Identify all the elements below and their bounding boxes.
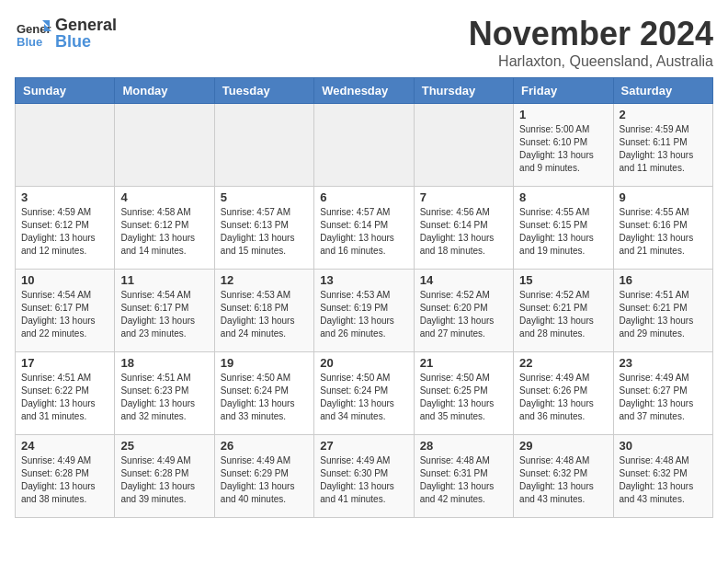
day-number: 27 <box>320 439 407 453</box>
day-info: Sunrise: 4:51 AM Sunset: 6:23 PM Dayligh… <box>120 372 208 423</box>
day-number: 19 <box>221 356 308 370</box>
day-info: Sunrise: 4:53 AM Sunset: 6:18 PM Dayligh… <box>221 289 308 340</box>
table-row <box>414 104 513 187</box>
day-number: 30 <box>620 439 707 453</box>
col-monday: Monday <box>115 78 214 104</box>
day-info: Sunrise: 4:59 AM Sunset: 6:11 PM Dayligh… <box>620 123 707 175</box>
day-number: 4 <box>120 190 208 204</box>
day-number: 17 <box>21 356 108 370</box>
day-info: Sunrise: 4:57 AM Sunset: 6:14 PM Dayligh… <box>320 206 407 258</box>
col-sunday: Sunday <box>16 78 115 104</box>
day-info: Sunrise: 4:49 AM Sunset: 6:26 PM Dayligh… <box>519 372 607 423</box>
table-row: 1Sunrise: 5:00 AM Sunset: 6:10 PM Daylig… <box>514 104 613 187</box>
calendar-table: Sunday Monday Tuesday Wednesday Thursday… <box>15 77 713 518</box>
day-number: 23 <box>620 356 707 370</box>
table-row: 19Sunrise: 4:50 AM Sunset: 6:24 PM Dayli… <box>214 352 313 435</box>
table-row: 6Sunrise: 4:57 AM Sunset: 6:14 PM Daylig… <box>314 187 414 270</box>
day-info: Sunrise: 4:51 AM Sunset: 6:21 PM Dayligh… <box>620 289 707 340</box>
day-info: Sunrise: 4:55 AM Sunset: 6:15 PM Dayligh… <box>519 206 607 258</box>
table-row <box>16 104 115 187</box>
table-row: 25Sunrise: 4:49 AM Sunset: 6:28 PM Dayli… <box>115 435 214 518</box>
day-number: 20 <box>320 356 407 370</box>
day-info: Sunrise: 4:59 AM Sunset: 6:12 PM Dayligh… <box>21 206 108 258</box>
day-number: 1 <box>519 108 607 121</box>
day-info: Sunrise: 4:57 AM Sunset: 6:13 PM Dayligh… <box>221 206 308 258</box>
table-row: 15Sunrise: 4:52 AM Sunset: 6:21 PM Dayli… <box>514 270 613 352</box>
table-row: 17Sunrise: 4:51 AM Sunset: 6:22 PM Dayli… <box>16 352 115 435</box>
svg-text:Blue: Blue <box>17 35 42 49</box>
table-row: 7Sunrise: 4:56 AM Sunset: 6:14 PM Daylig… <box>414 187 513 270</box>
table-row: 18Sunrise: 4:51 AM Sunset: 6:23 PM Dayli… <box>115 352 214 435</box>
day-info: Sunrise: 4:50 AM Sunset: 6:24 PM Dayligh… <box>221 372 308 423</box>
day-number: 18 <box>120 356 208 370</box>
logo-general: General <box>55 17 117 33</box>
table-row: 5Sunrise: 4:57 AM Sunset: 6:13 PM Daylig… <box>214 187 313 270</box>
table-row: 10Sunrise: 4:54 AM Sunset: 6:17 PM Dayli… <box>16 270 115 352</box>
table-row: 26Sunrise: 4:49 AM Sunset: 6:29 PM Dayli… <box>214 435 313 518</box>
location-title: Harlaxton, Queensland, Australia <box>469 53 713 70</box>
day-number: 26 <box>221 439 308 453</box>
day-info: Sunrise: 4:56 AM Sunset: 6:14 PM Dayligh… <box>420 206 507 258</box>
week-row-3: 10Sunrise: 4:54 AM Sunset: 6:17 PM Dayli… <box>16 270 713 352</box>
day-number: 24 <box>21 439 108 453</box>
table-row: 4Sunrise: 4:58 AM Sunset: 6:12 PM Daylig… <box>115 187 214 270</box>
day-info: Sunrise: 4:48 AM Sunset: 6:32 PM Dayligh… <box>519 454 607 506</box>
day-info: Sunrise: 4:54 AM Sunset: 6:17 PM Dayligh… <box>21 289 108 340</box>
table-row: 23Sunrise: 4:49 AM Sunset: 6:27 PM Dayli… <box>613 352 712 435</box>
day-info: Sunrise: 4:53 AM Sunset: 6:19 PM Dayligh… <box>320 289 407 340</box>
day-info: Sunrise: 4:49 AM Sunset: 6:28 PM Dayligh… <box>120 454 208 506</box>
logo-text: General Blue <box>55 17 117 50</box>
day-number: 12 <box>221 273 308 287</box>
day-number: 7 <box>420 190 507 204</box>
page-header: General Blue General Blue November 2024 … <box>15 15 713 70</box>
logo-icon: General Blue <box>15 15 51 52</box>
day-info: Sunrise: 4:49 AM Sunset: 6:28 PM Dayligh… <box>21 454 108 506</box>
table-row: 3Sunrise: 4:59 AM Sunset: 6:12 PM Daylig… <box>16 187 115 270</box>
day-info: Sunrise: 4:52 AM Sunset: 6:21 PM Dayligh… <box>519 289 607 340</box>
day-number: 28 <box>420 439 507 453</box>
table-row: 22Sunrise: 4:49 AM Sunset: 6:26 PM Dayli… <box>514 352 613 435</box>
table-row: 8Sunrise: 4:55 AM Sunset: 6:15 PM Daylig… <box>514 187 613 270</box>
title-section: November 2024 Harlaxton, Queensland, Aus… <box>469 15 713 70</box>
col-thursday: Thursday <box>414 78 513 104</box>
logo: General Blue General Blue <box>15 15 117 52</box>
day-info: Sunrise: 4:49 AM Sunset: 6:29 PM Dayligh… <box>221 454 308 506</box>
day-number: 15 <box>519 273 607 287</box>
table-row: 14Sunrise: 4:52 AM Sunset: 6:20 PM Dayli… <box>414 270 513 352</box>
day-number: 6 <box>320 190 407 204</box>
day-info: Sunrise: 4:54 AM Sunset: 6:17 PM Dayligh… <box>120 289 208 340</box>
table-row: 28Sunrise: 4:48 AM Sunset: 6:31 PM Dayli… <box>414 435 513 518</box>
month-title: November 2024 <box>469 15 713 53</box>
week-row-2: 3Sunrise: 4:59 AM Sunset: 6:12 PM Daylig… <box>16 187 713 270</box>
col-tuesday: Tuesday <box>214 78 313 104</box>
table-row <box>214 104 313 187</box>
day-info: Sunrise: 4:58 AM Sunset: 6:12 PM Dayligh… <box>120 206 208 258</box>
day-info: Sunrise: 4:52 AM Sunset: 6:20 PM Dayligh… <box>420 289 507 340</box>
day-info: Sunrise: 4:49 AM Sunset: 6:30 PM Dayligh… <box>320 454 407 506</box>
day-info: Sunrise: 5:00 AM Sunset: 6:10 PM Dayligh… <box>519 123 607 175</box>
day-number: 29 <box>519 439 607 453</box>
day-number: 13 <box>320 273 407 287</box>
day-number: 5 <box>221 190 308 204</box>
table-row: 12Sunrise: 4:53 AM Sunset: 6:18 PM Dayli… <box>214 270 313 352</box>
table-row: 29Sunrise: 4:48 AM Sunset: 6:32 PM Dayli… <box>514 435 613 518</box>
table-row: 24Sunrise: 4:49 AM Sunset: 6:28 PM Dayli… <box>16 435 115 518</box>
day-info: Sunrise: 4:51 AM Sunset: 6:22 PM Dayligh… <box>21 372 108 423</box>
day-info: Sunrise: 4:49 AM Sunset: 6:27 PM Dayligh… <box>620 372 707 423</box>
day-info: Sunrise: 4:48 AM Sunset: 6:32 PM Dayligh… <box>620 454 707 506</box>
col-saturday: Saturday <box>613 78 712 104</box>
day-number: 16 <box>620 273 707 287</box>
day-number: 14 <box>420 273 507 287</box>
table-row: 13Sunrise: 4:53 AM Sunset: 6:19 PM Dayli… <box>314 270 414 352</box>
week-row-1: 1Sunrise: 5:00 AM Sunset: 6:10 PM Daylig… <box>16 104 713 187</box>
day-info: Sunrise: 4:50 AM Sunset: 6:25 PM Dayligh… <box>420 372 507 423</box>
day-info: Sunrise: 4:50 AM Sunset: 6:24 PM Dayligh… <box>320 372 407 423</box>
day-number: 9 <box>620 190 707 204</box>
col-friday: Friday <box>514 78 613 104</box>
day-number: 25 <box>120 439 208 453</box>
day-info: Sunrise: 4:48 AM Sunset: 6:31 PM Dayligh… <box>420 454 507 506</box>
day-number: 8 <box>519 190 607 204</box>
table-row: 27Sunrise: 4:49 AM Sunset: 6:30 PM Dayli… <box>314 435 414 518</box>
table-row: 21Sunrise: 4:50 AM Sunset: 6:25 PM Dayli… <box>414 352 513 435</box>
table-row: 9Sunrise: 4:55 AM Sunset: 6:16 PM Daylig… <box>613 187 712 270</box>
